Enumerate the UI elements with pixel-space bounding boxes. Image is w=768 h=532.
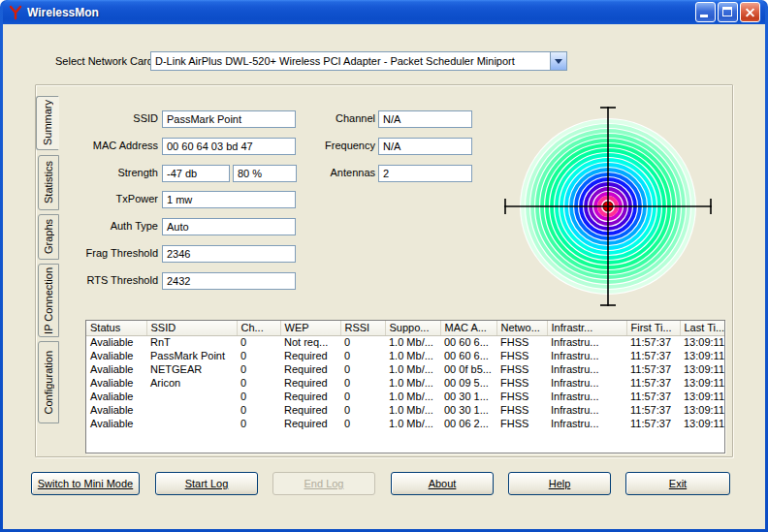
column-header[interactable]: Last Ti... [680, 321, 725, 335]
minimize-button[interactable] [695, 2, 716, 22]
table-cell: PassMark Point [146, 349, 237, 362]
tab-configuration[interactable]: Configuration [38, 341, 59, 423]
help-label: Help [549, 478, 571, 489]
column-header[interactable]: Ch... [237, 321, 280, 335]
close-icon [741, 3, 759, 21]
chevron-down-icon[interactable] [550, 52, 566, 70]
table-cell: 0 [340, 390, 385, 403]
table-row[interactable]: Avaliable0Required01.0 Mb/...00 30 1...F… [86, 403, 725, 417]
tab-summary-label: Summary [42, 100, 53, 145]
tab-configuration-label: Configuration [43, 351, 54, 414]
table-cell: 00 06 2... [440, 417, 496, 430]
tab-summary[interactable]: Summary [36, 96, 59, 150]
ssid-value: PassMark Point [162, 110, 296, 128]
signal-strength-radar [501, 100, 715, 313]
table-cell: Required [280, 390, 340, 403]
table-cell: FHSS [496, 362, 547, 376]
app-icon [8, 5, 23, 20]
column-header[interactable]: Infrastr... [547, 321, 626, 335]
table-cell: 0 [237, 417, 280, 430]
column-header[interactable]: Status [86, 321, 146, 335]
table-row[interactable]: AvaliableAricon0Required01.0 Mb/...00 09… [86, 376, 725, 390]
table-cell: 13:09:11 [680, 362, 725, 376]
column-header[interactable]: Netwo... [496, 321, 547, 335]
table-cell [146, 417, 237, 430]
column-header[interactable]: RSSI [340, 321, 385, 335]
table-cell: 11:57:37 [626, 390, 680, 403]
table-cell: 13:09:11 [680, 390, 725, 403]
exit-button[interactable]: Exit [625, 472, 730, 495]
table-body: AvaliableRnT0Not req...01.0 Mb/...00 60 … [86, 335, 725, 430]
start-log-button[interactable]: Start Log [155, 472, 258, 495]
column-header[interactable]: WEP [280, 321, 340, 335]
mac-address-value: 00 60 64 03 bd 47 [162, 138, 296, 155]
table-cell: 0 [237, 362, 280, 376]
maximize-button[interactable] [718, 2, 738, 22]
column-header[interactable]: SSID [146, 321, 237, 335]
tab-statistics-label: Statistics [43, 161, 54, 203]
table-cell: 0 [340, 335, 385, 349]
table-cell: FHSS [496, 390, 547, 403]
tab-ip-connection[interactable]: IP Connection [38, 264, 59, 337]
network-card-select[interactable]: D-Link AirPlus DWL-520+ Wireless PCI Ada… [150, 51, 567, 71]
switch-mini-mode-button[interactable]: Switch to Mini Mode [31, 472, 140, 495]
table-cell: Required [280, 376, 340, 390]
txpower-label: TxPower [57, 193, 158, 204]
table-cell: 0 [340, 362, 385, 376]
table-row[interactable]: Avaliable0Required01.0 Mb/...00 30 1...F… [86, 390, 725, 403]
table-row[interactable]: AvaliablePassMark Point0Required01.0 Mb/… [86, 349, 725, 362]
window-title: WirelessMon [27, 6, 695, 19]
end-log-button: End Log [272, 472, 375, 495]
auth-type-value: Auto [162, 218, 296, 235]
maximize-icon [722, 7, 732, 16]
table-cell: Infrastru... [547, 390, 626, 403]
table-cell: 11:57:37 [626, 417, 680, 430]
table-cell: FHSS [496, 417, 547, 430]
table-cell: Avaliable [86, 335, 146, 349]
table-cell: 1.0 Mb/... [385, 349, 440, 362]
table-cell: 1.0 Mb/... [385, 417, 440, 430]
table-cell: NETGEAR [146, 362, 237, 376]
mac-address-label: MAC Address [57, 140, 158, 151]
table-cell: 00 0f b5... [440, 362, 496, 376]
table-row[interactable]: Avaliable0Required01.0 Mb/...00 06 2...F… [86, 417, 725, 430]
window-controls [695, 2, 760, 22]
help-button[interactable]: Help [508, 472, 611, 495]
table-cell: Infrastru... [547, 335, 626, 349]
about-label: About [429, 478, 457, 489]
table-cell: Required [280, 349, 340, 362]
table-cell: 13:09:11 [680, 335, 725, 349]
table-row[interactable]: AvaliableNETGEAR0Required01.0 Mb/...00 0… [86, 362, 725, 376]
network-card-selected-value: D-Link AirPlus DWL-520+ Wireless PCI Ada… [151, 55, 550, 67]
tab-graphs[interactable]: Graphs [38, 214, 59, 260]
minimize-icon [700, 15, 708, 17]
column-header[interactable]: First Ti... [626, 321, 680, 335]
tab-statistics[interactable]: Statistics [38, 155, 59, 210]
table-cell: 11:57:37 [626, 376, 680, 390]
table-cell: 1.0 Mb/... [385, 403, 440, 417]
channel-value: N/A [378, 110, 472, 128]
table-cell: 0 [340, 417, 385, 430]
table-row[interactable]: AvaliableRnT0Not req...01.0 Mb/...00 60 … [86, 335, 725, 349]
table-cell: 00 09 5... [440, 376, 496, 390]
table-cell: 00 60 6... [440, 349, 496, 362]
table-cell: 13:09:11 [680, 349, 725, 362]
table-cell: FHSS [496, 349, 547, 362]
table-cell: 0 [237, 403, 280, 417]
table-cell: 0 [340, 403, 385, 417]
table-cell: 1.0 Mb/... [385, 376, 440, 390]
column-header[interactable]: Suppo... [385, 321, 440, 335]
table-cell: Infrastru... [547, 376, 626, 390]
close-button[interactable] [740, 2, 760, 22]
antennas-label: Antennas [294, 167, 375, 178]
rts-threshold-label: RTS Threshold [57, 274, 158, 286]
table-cell: Avaliable [86, 362, 146, 376]
table-cell: RnT [146, 335, 237, 349]
table-header-row: StatusSSIDCh...WEPRSSISuppo...MAC A...Ne… [86, 321, 725, 335]
table-cell: 0 [237, 349, 280, 362]
table-cell: Infrastru... [547, 403, 626, 417]
client-area: Select Network Card D-Link AirPlus DWL-5… [3, 24, 765, 529]
table-cell: 11:57:37 [626, 403, 680, 417]
about-button[interactable]: About [391, 472, 494, 495]
column-header[interactable]: MAC A... [440, 321, 496, 335]
